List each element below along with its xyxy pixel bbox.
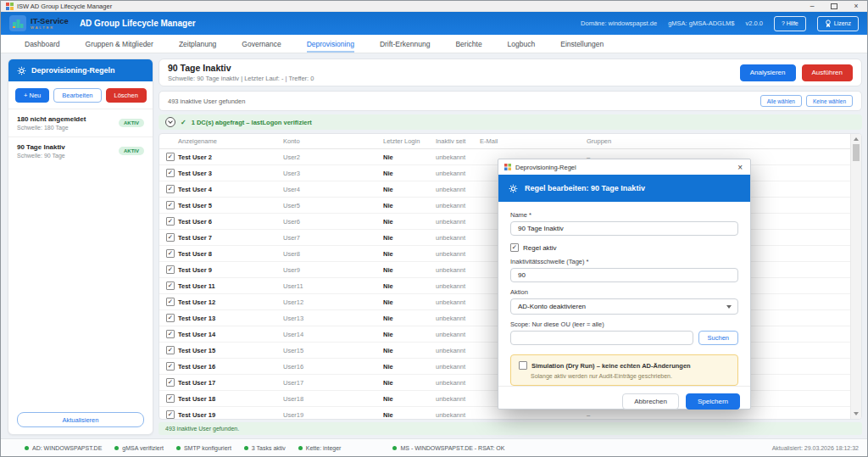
status-dot-icon [25,446,29,450]
tab-dashboard[interactable]: Dashboard [25,35,60,53]
name-input[interactable] [510,221,738,236]
dryrun-note: Solange aktiv werden nur Audit-Einträge … [531,373,730,379]
row-checkbox[interactable]: ✓ [166,346,175,354]
row-checkbox[interactable]: ✓ [166,298,175,306]
tab-logbuch[interactable]: Logbuch [508,35,536,53]
sidebar-actions: + Neu Bearbeiten Löschen [8,81,153,109]
cell-inaktiv-seit: unbekannt [436,202,480,209]
refresh-button[interactable]: Aktualisieren [17,412,144,427]
analyze-button[interactable]: Analysieren [740,64,796,81]
dialog-footer: Abbrechen Speichern [498,386,750,415]
row-checkbox[interactable]: ✓ [166,153,175,161]
cell-anzeigename: Test User 17 [178,379,283,387]
cell-letzter-login: Nie [383,186,436,193]
row-checkbox[interactable]: ✓ [166,394,175,403]
row-checkbox[interactable]: ✓ [166,362,175,371]
tab-governance[interactable]: Governance [242,35,281,53]
scroll-up-icon[interactable] [854,137,859,141]
scroll-down-icon[interactable] [854,412,859,415]
dialog-close-button[interactable]: × [736,163,744,172]
row-checkbox[interactable]: ✓ [166,185,175,193]
row-checkbox[interactable]: ✓ [166,265,175,274]
dialog-body: Name * ✓ Regel aktiv Inaktivitätsschwell… [498,202,750,386]
new-rule-button[interactable]: + Neu [15,88,49,103]
cell-anzeigename: Test User 7 [178,234,283,242]
cancel-button[interactable]: Abbrechen [622,393,679,410]
select-all-button[interactable]: Alle wählen [760,95,802,107]
threshold-label: Inaktivitätsschwelle (Tage) * [510,258,738,265]
brand-text: IT-Service WALTER [31,17,69,30]
chevron-down-icon [168,119,173,124]
rule-header-card: 90 Tage Inaktiv Schwelle: 90 Tage inakti… [159,59,862,86]
rule-active-checkbox[interactable]: ✓ [510,243,519,252]
delete-rule-button[interactable]: Löschen [106,88,147,103]
row-checkbox[interactable]: ✓ [166,249,175,258]
dryrun-checkbox[interactable] [519,361,527,370]
last-updated-text: Aktualisiert: 29.03.2026 18:12:32 [772,445,859,451]
status-dot-icon [244,446,248,450]
cell-anzeigename: Test User 15 [178,347,283,354]
row-checkbox[interactable]: ✓ [166,169,175,177]
table-scrollbar[interactable] [850,134,861,419]
cell-letzter-login: Nie [383,347,436,354]
tab-zeitplanung[interactable]: Zeitplanung [179,35,216,53]
row-checkbox[interactable]: ✓ [166,378,175,387]
app-window: ISW AD Group Lifecycle Manager – × IT-Se… [0,0,868,457]
header-right: Domäne: windowspapst.de gMSA: gMSA-ADGLM… [581,16,859,31]
row-checkbox[interactable]: ✓ [166,201,175,209]
column-header-letzter-login: Letzter Login [383,137,436,145]
save-button[interactable]: Speichern [686,393,740,410]
medal-icon [825,20,832,28]
tab-gruppen-mitglieder[interactable]: Gruppen & Mitglieder [86,35,153,53]
rule-title: 90 Tage Inaktiv [168,63,314,73]
column-header-konto: Konto [283,137,383,145]
row-checkbox[interactable]: ✓ [166,233,175,242]
cell-anzeigename: Test User 5 [178,202,283,209]
cell-inaktiv-seit: unbekannt [436,347,480,354]
cell-inaktiv-seit: unbekannt [436,282,480,290]
status-dot-icon [298,446,303,450]
status-item: 3 Tasks aktiv [244,445,286,451]
tab-berichte[interactable]: Berichte [455,35,481,53]
cell-inaktiv-seit: unbekannt [436,379,480,387]
row-checkbox[interactable]: ✓ [166,330,175,338]
cell-konto: User15 [283,347,383,354]
scope-label: Scope: Nur diese OU (leer = alle) [510,320,738,328]
collapse-toggle-button[interactable] [165,117,175,127]
threshold-input[interactable] [510,268,738,282]
tab-deprovisioning[interactable]: Deprovisioning [307,35,354,53]
row-checkbox[interactable]: ✓ [166,281,175,290]
check-icon: ✓ [181,119,186,126]
rule-threshold: Schwelle: 180 Tage [17,125,86,131]
window-controls: – × [801,1,867,11]
dryrun-label: Simulation (Dry Run) – keine echten AD-Ä… [531,362,691,370]
cell-konto: User14 [283,331,383,338]
cell-anzeigename: Test User 2 [178,153,283,161]
minimize-button[interactable]: – [801,1,823,11]
row-checkbox[interactable]: ✓ [166,410,175,419]
action-select[interactable]: AD-Konto deaktivieren [510,298,738,315]
cell-konto: User3 [283,170,383,177]
edit-rule-button[interactable]: Bearbeiten [53,88,101,103]
help-button[interactable]: ? Hilfe [774,16,806,31]
tab-einstellungen[interactable]: Einstellungen [560,35,604,53]
maximize-button[interactable] [823,1,845,11]
rule-active-label: Regel aktiv [523,244,557,252]
cell-letzter-login: Nie [383,331,436,338]
row-checkbox[interactable]: ✓ [166,217,175,226]
rule-item[interactable]: 90 Tage InaktivSchwelle: 90 TageAKTIV [8,137,153,164]
run-button[interactable]: Ausführen [802,64,853,81]
sidebar-header: Deprovisioning-Regeln [8,59,153,81]
rule-header-actions: Analysieren Ausführen [740,64,853,81]
scrollbar-thumb[interactable] [853,144,860,161]
scope-search-button[interactable]: Suchen [698,331,738,345]
row-checkbox[interactable]: ✓ [166,314,175,322]
cell-inaktiv-seit: unbekannt [436,153,480,161]
scope-input[interactable] [510,331,693,345]
tab-drift-erkennung[interactable]: Drift-Erkennung [380,35,431,53]
close-button[interactable]: × [845,1,867,11]
rule-item[interactable]: 180 nicht angemeldetSchwelle: 180 TageAK… [8,109,153,137]
cell-letzter-login: Nie [383,363,436,371]
license-button[interactable]: Lizenz [817,16,859,31]
select-none-button[interactable]: Keine wählen [806,95,853,107]
